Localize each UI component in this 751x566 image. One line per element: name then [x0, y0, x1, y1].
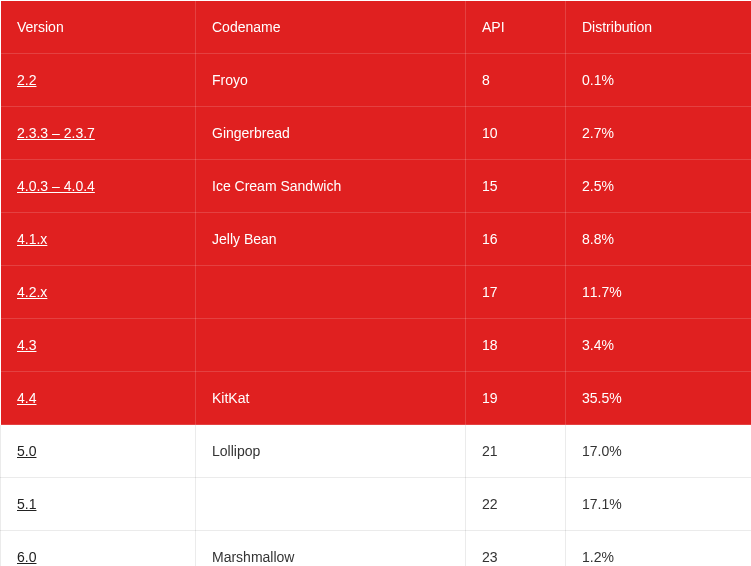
table-row: 4.4KitKat1935.5%	[1, 372, 752, 425]
cell-codename: Froyo	[196, 54, 466, 107]
table-row: 4.1.xJelly Bean168.8%	[1, 213, 752, 266]
cell-codename: Marshmallow	[196, 531, 466, 567]
cell-api: 21	[466, 425, 566, 478]
cell-distribution: 3.4%	[566, 319, 752, 372]
cell-version: 4.4	[1, 372, 196, 425]
cell-version: 5.1	[1, 478, 196, 531]
cell-api: 15	[466, 160, 566, 213]
cell-api: 10	[466, 107, 566, 160]
cell-api: 16	[466, 213, 566, 266]
table-row: 2.2Froyo80.1%	[1, 54, 752, 107]
cell-api: 17	[466, 266, 566, 319]
version-link[interactable]: 4.0.3 – 4.0.4	[17, 178, 95, 194]
cell-version: 2.3.3 – 2.3.7	[1, 107, 196, 160]
cell-codename	[196, 478, 466, 531]
cell-distribution: 1.2%	[566, 531, 752, 567]
header-distribution: Distribution	[566, 1, 752, 54]
version-link[interactable]: 2.2	[17, 72, 36, 88]
version-link[interactable]: 5.1	[17, 496, 36, 512]
cell-distribution: 8.8%	[566, 213, 752, 266]
cell-api: 19	[466, 372, 566, 425]
cell-version: 6.0	[1, 531, 196, 567]
version-link[interactable]: 6.0	[17, 549, 36, 565]
cell-distribution: 2.5%	[566, 160, 752, 213]
cell-api: 18	[466, 319, 566, 372]
cell-api: 8	[466, 54, 566, 107]
version-link[interactable]: 2.3.3 – 2.3.7	[17, 125, 95, 141]
cell-codename: Gingerbread	[196, 107, 466, 160]
cell-version: 4.2.x	[1, 266, 196, 319]
table-row: 5.0Lollipop2117.0%	[1, 425, 752, 478]
table-row: 4.3183.4%	[1, 319, 752, 372]
cell-version: 4.1.x	[1, 213, 196, 266]
header-codename: Codename	[196, 1, 466, 54]
cell-codename	[196, 266, 466, 319]
version-distribution-table: Version Codename API Distribution 2.2Fro…	[0, 0, 751, 566]
table-header-row: Version Codename API Distribution	[1, 1, 752, 54]
cell-version: 2.2	[1, 54, 196, 107]
cell-codename: KitKat	[196, 372, 466, 425]
header-api: API	[466, 1, 566, 54]
version-link[interactable]: 5.0	[17, 443, 36, 459]
cell-codename	[196, 319, 466, 372]
cell-codename: Jelly Bean	[196, 213, 466, 266]
header-version: Version	[1, 1, 196, 54]
table-row: 5.12217.1%	[1, 478, 752, 531]
version-link[interactable]: 4.2.x	[17, 284, 47, 300]
cell-version: 4.3	[1, 319, 196, 372]
cell-version: 5.0	[1, 425, 196, 478]
cell-codename: Ice Cream Sandwich	[196, 160, 466, 213]
version-link[interactable]: 4.1.x	[17, 231, 47, 247]
cell-distribution: 2.7%	[566, 107, 752, 160]
version-link[interactable]: 4.4	[17, 390, 36, 406]
cell-distribution: 35.5%	[566, 372, 752, 425]
table-row: 6.0Marshmallow231.2%	[1, 531, 752, 567]
cell-distribution: 11.7%	[566, 266, 752, 319]
table-row: 4.2.x1711.7%	[1, 266, 752, 319]
cell-distribution: 17.0%	[566, 425, 752, 478]
table-row: 4.0.3 – 4.0.4Ice Cream Sandwich152.5%	[1, 160, 752, 213]
version-link[interactable]: 4.3	[17, 337, 36, 353]
cell-codename: Lollipop	[196, 425, 466, 478]
cell-version: 4.0.3 – 4.0.4	[1, 160, 196, 213]
cell-distribution: 17.1%	[566, 478, 752, 531]
cell-api: 23	[466, 531, 566, 567]
cell-api: 22	[466, 478, 566, 531]
cell-distribution: 0.1%	[566, 54, 752, 107]
table-row: 2.3.3 – 2.3.7Gingerbread102.7%	[1, 107, 752, 160]
